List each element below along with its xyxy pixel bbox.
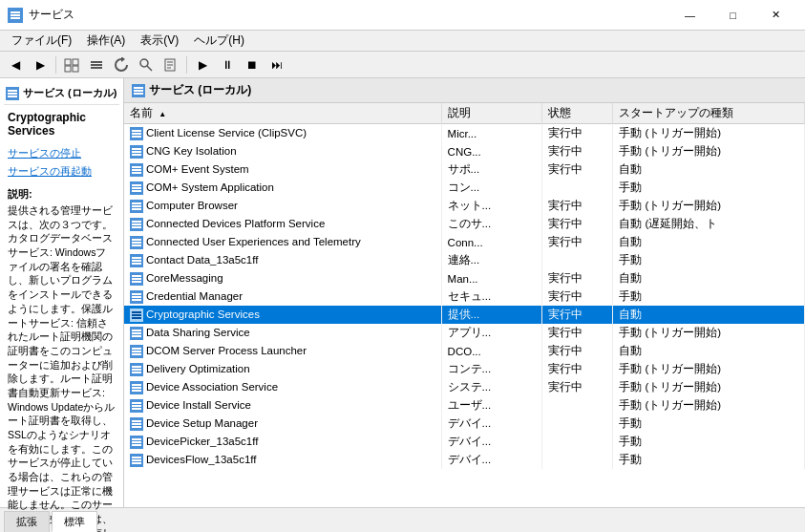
- table-row[interactable]: Data Sharing Serviceアプリ...実行中手動 (トリガー開始): [124, 324, 805, 342]
- svg-rect-4: [65, 59, 71, 65]
- cell-service-name: Connected User Experiences and Telemetry: [124, 233, 441, 251]
- sidebar-header-icon: [6, 87, 19, 100]
- sidebar: サービス (ローカル) Cryptographic Services サービスの…: [0, 78, 124, 507]
- svg-rect-94: [132, 438, 141, 440]
- table-row[interactable]: Device Install Serviceユーザ...手動 (トリガー開始): [124, 396, 805, 415]
- sidebar-header-text: サービス (ローカル): [23, 86, 117, 100]
- cell-service-status: 実行中: [542, 342, 613, 360]
- svg-rect-92: [132, 426, 141, 428]
- cell-service-status: 実行中: [542, 287, 613, 306]
- cell-service-name: DCOM Server Process Launcher: [124, 342, 441, 360]
- main-content: サービス (ローカル) Cryptographic Services サービスの…: [0, 78, 805, 507]
- cell-service-startup: 手動: [613, 251, 805, 269]
- table-row[interactable]: Connected User Experiences and Telemetry…: [124, 233, 805, 251]
- export-button[interactable]: [159, 54, 182, 75]
- title-bar: サービス — □ ✕: [0, 0, 805, 31]
- table-row[interactable]: DevicePicker_13a5c1ffデバイ...手動: [124, 433, 805, 451]
- cell-service-name: Cryptographic Services: [124, 306, 441, 324]
- maximize-button[interactable]: □: [711, 6, 754, 25]
- svg-rect-51: [132, 242, 141, 244]
- cell-service-status: [542, 415, 613, 433]
- col-header-name[interactable]: 名前 ▲: [124, 103, 441, 124]
- table-row[interactable]: Device Association Serviceシステ...実行中手動 (ト…: [124, 378, 805, 396]
- svg-rect-70: [132, 330, 141, 331]
- table-row[interactable]: Contact Data_13a5c1ff連絡...手動: [124, 251, 805, 269]
- svg-rect-95: [132, 441, 141, 443]
- restart-service-link[interactable]: サービスの再起動: [4, 163, 119, 180]
- table-row[interactable]: Cryptographic Services提供...実行中自動: [124, 306, 805, 324]
- table-row[interactable]: COM+ Event Systemサポ...実行中自動: [124, 160, 805, 179]
- svg-rect-44: [132, 208, 141, 210]
- col-header-desc[interactable]: 説明: [441, 103, 542, 124]
- svg-rect-32: [132, 154, 141, 156]
- table-row[interactable]: Delivery Optimizationコンテ...実行中手動 (トリガー開始…: [124, 360, 805, 378]
- table-row[interactable]: COM+ System Applicationコン...手動: [124, 179, 805, 197]
- svg-rect-58: [132, 275, 141, 277]
- svg-rect-35: [132, 169, 141, 171]
- cell-service-status: [542, 451, 613, 469]
- svg-rect-99: [132, 459, 141, 461]
- close-button[interactable]: ✕: [754, 6, 797, 25]
- up-button[interactable]: [60, 54, 83, 75]
- svg-rect-7: [73, 66, 78, 72]
- play-button[interactable]: ▶: [191, 54, 214, 75]
- search-button[interactable]: [135, 54, 158, 75]
- svg-rect-91: [132, 423, 141, 425]
- show-hide-button[interactable]: [85, 54, 108, 75]
- cell-service-desc: ユーザ...: [441, 396, 542, 415]
- cell-service-name: Device Setup Manager: [124, 415, 441, 433]
- cell-service-desc: コンテ...: [441, 360, 542, 378]
- tab-extended[interactable]: 拡張: [4, 511, 50, 532]
- svg-rect-34: [132, 166, 141, 168]
- table-row[interactable]: Connected Devices Platform Serviceこのサ...…: [124, 215, 805, 233]
- svg-rect-71: [132, 332, 141, 334]
- stop-service-link[interactable]: サービスの停止: [4, 145, 119, 161]
- table-row[interactable]: CNG Key IsolationCNG...実行中手動 (トリガー開始): [124, 142, 805, 160]
- svg-rect-90: [132, 420, 141, 422]
- table-row[interactable]: Credential Managerセキュ...実行中手動: [124, 287, 805, 306]
- svg-rect-46: [132, 221, 141, 223]
- menu-file[interactable]: ファイル(F): [4, 31, 79, 51]
- svg-rect-23: [134, 90, 143, 92]
- tab-standard[interactable]: 標準: [52, 511, 97, 532]
- cell-service-status: 実行中: [542, 233, 613, 251]
- table-row[interactable]: Device Setup Managerデバイ...手動: [124, 415, 805, 433]
- cell-service-status: 実行中: [542, 360, 613, 378]
- forward-button[interactable]: ▶: [29, 54, 52, 75]
- minimize-button[interactable]: —: [668, 6, 711, 25]
- svg-rect-88: [132, 408, 141, 410]
- menu-view[interactable]: 表示(V): [133, 31, 186, 51]
- sidebar-desc-label: 説明:: [4, 181, 119, 203]
- refresh-button[interactable]: [110, 54, 133, 75]
- svg-rect-3: [11, 17, 20, 19]
- menu-help[interactable]: ヘルプ(H): [186, 31, 252, 51]
- pause-button[interactable]: ⏸: [216, 54, 239, 75]
- svg-rect-84: [132, 390, 141, 392]
- cell-service-desc: デバイ...: [441, 433, 542, 451]
- cell-service-desc: DCO...: [441, 342, 542, 360]
- cell-service-startup: 手動 (トリガー開始): [613, 360, 805, 378]
- table-row[interactable]: CoreMessagingMan...実行中自動: [124, 269, 805, 287]
- table-row[interactable]: Client License Service (ClipSVC)Micr...実…: [124, 124, 805, 143]
- col-header-startup[interactable]: スタートアップの種類: [613, 103, 805, 124]
- col-header-status[interactable]: 状態: [542, 103, 613, 124]
- svg-rect-5: [73, 59, 78, 65]
- cell-service-name: Connected Devices Platform Service: [124, 215, 441, 233]
- back-button[interactable]: ◀: [4, 54, 27, 75]
- table-row[interactable]: DCOM Server Process LauncherDCO...実行中自動: [124, 342, 805, 360]
- svg-rect-67: [132, 314, 141, 316]
- cell-service-startup: 手動 (トリガー開始): [613, 378, 805, 396]
- cell-service-startup: 手動: [613, 415, 805, 433]
- right-panel: サービス (ローカル) 名前 ▲ 説明 状態: [124, 78, 805, 507]
- svg-rect-52: [132, 245, 141, 246]
- menu-action[interactable]: 操作(A): [79, 31, 133, 51]
- services-table-container[interactable]: 名前 ▲ 説明 状態 スタートアップの種類: [124, 103, 805, 507]
- stop-button[interactable]: ⏹: [241, 54, 264, 75]
- cell-service-startup: 手動 (トリガー開始): [613, 197, 805, 215]
- svg-rect-60: [132, 281, 141, 283]
- restart-button[interactable]: ⏭: [265, 54, 288, 75]
- table-row[interactable]: Computer Browserネット...実行中手動 (トリガー開始): [124, 197, 805, 215]
- table-row[interactable]: DevicesFlow_13a5c1ffデバイ...手動: [124, 451, 805, 469]
- svg-rect-2: [11, 14, 20, 16]
- cell-service-status: 実行中: [542, 197, 613, 215]
